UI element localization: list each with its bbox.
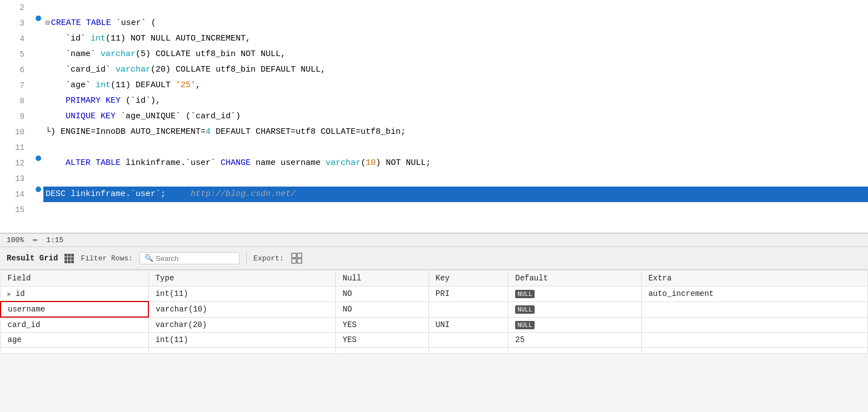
code-line-2: 2 — [0, 0, 868, 16]
export-label: Export: — [253, 254, 284, 263]
table-cell-0-4: NULL — [508, 287, 641, 302]
table-cell-0-1: int(11) — [148, 287, 336, 302]
zoom-stepper[interactable] — [33, 239, 37, 241]
code-token: (11) DEFAULT — [111, 81, 176, 90]
null-badge: NULL — [515, 305, 535, 314]
line-number-13: 13 — [0, 171, 33, 187]
code-token: └) ENGINE=InnoDB AUTO_INCREMENT= — [46, 127, 206, 137]
code-token: CREATE TABLE — [51, 18, 116, 28]
line-content-10: └) ENGINE=InnoDB AUTO_INCREMENT=4 DEFAUL… — [43, 124, 868, 140]
table-cell-3-0: age — [1, 333, 148, 348]
table-cell-0-0: ▶ id — [1, 287, 148, 302]
code-container: 23⊟CREATE TABLE `user` (4 `id` int(11) N… — [0, 0, 868, 218]
null-badge: NULL — [515, 321, 535, 329]
table-cell-1-1: varchar(10) — [148, 302, 336, 317]
code-token: '25' — [176, 81, 196, 90]
line-number-5: 5 — [0, 47, 33, 62]
code-token: ( — [361, 158, 366, 168]
search-input[interactable] — [156, 254, 228, 263]
code-token: CHANGE — [221, 158, 256, 168]
code-line-12: 12 ALTER TABLE linkinframe.`user` CHANGE… — [0, 155, 868, 171]
code-token: varchar — [101, 49, 136, 59]
code-token: `id` — [46, 34, 91, 43]
code-line-13: 13 — [0, 171, 868, 187]
table-cell-4-0 — [1, 348, 148, 354]
vertical-divider — [246, 252, 247, 265]
column-header-null: Null — [336, 270, 428, 287]
svg-rect-1 — [297, 253, 302, 258]
code-token: int — [96, 81, 111, 90]
result-toolbar: Result Grid Filter Rows: 🔍 Export: — [0, 247, 868, 270]
row-arrow-icon: ▶ — [8, 290, 16, 298]
search-icon: 🔍 — [144, 254, 153, 263]
code-line-15: 15 — [0, 202, 868, 218]
column-header-field: Field — [1, 270, 148, 287]
column-header-default: Default — [508, 270, 641, 287]
code-token: name username — [256, 158, 326, 168]
table-cell-2-2: YES — [336, 317, 428, 333]
null-badge: NULL — [515, 290, 535, 298]
table-cell-4-3 — [428, 348, 508, 354]
table-cell-1-2: NO — [336, 302, 428, 317]
table-cell-3-5 — [641, 333, 867, 348]
code-token: 10 — [366, 158, 376, 168]
export-icon[interactable] — [291, 252, 303, 264]
code-token: `user` ( — [116, 18, 156, 28]
table-cell-4-5 — [641, 348, 867, 354]
line-number-15: 15 — [0, 202, 33, 218]
code-token: varchar — [116, 65, 151, 74]
code-token: PRIMARY KEY — [46, 96, 126, 105]
table-cell-2-4: NULL — [508, 317, 641, 333]
code-line-7: 7 `age` int(11) DEFAULT '25', — [0, 78, 868, 93]
code-token: `name` — [46, 49, 101, 59]
code-token: `age_UNIQUE` (`card_id`) — [121, 112, 241, 121]
result-table: FieldTypeNullKeyDefaultExtra ▶ idint(11)… — [0, 270, 868, 354]
code-token: 4 — [206, 127, 211, 137]
table-cell-3-3 — [428, 333, 508, 348]
code-token: (11) NOT NULL AUTO_INCREMENT, — [106, 34, 251, 43]
collapse-icon[interactable]: ⊟ — [46, 19, 50, 27]
code-token: ) NOT NULL; — [376, 158, 431, 168]
code-token: UNIQUE KEY — [46, 112, 121, 121]
column-header-extra: Extra — [641, 270, 867, 287]
zoom-level: 100% — [7, 236, 24, 244]
line-content-5: `name` varchar(5) COLLATE utf8_bin NOT N… — [43, 47, 868, 62]
line-content-8: PRIMARY KEY (`id`), — [43, 93, 868, 109]
table-row: usernamevarchar(10)NONULL — [1, 302, 868, 317]
code-token: (5) COLLATE utf8_bin NOT NULL, — [136, 49, 286, 59]
code-line-3: 3⊟CREATE TABLE `user` ( — [0, 16, 868, 31]
column-header-key: Key — [428, 270, 508, 287]
table-cell-3-2: YES — [336, 333, 428, 348]
code-line-6: 6 `card_id` varchar(20) COLLATE utf8_bin… — [0, 62, 868, 78]
table-cell-4-4 — [508, 348, 641, 354]
line-dot-14 — [33, 187, 43, 192]
table-cell-4-1 — [148, 348, 336, 354]
line-number-12: 12 — [0, 155, 33, 171]
table-cell-1-3 — [428, 302, 508, 317]
line-number-9: 9 — [0, 109, 33, 124]
line-number-3: 3 — [0, 16, 33, 31]
line-number-8: 8 — [0, 93, 33, 109]
code-line-11: 11 — [0, 140, 868, 155]
table-cell-3-4: 25 — [508, 333, 641, 348]
line-content-3: ⊟CREATE TABLE `user` ( — [43, 16, 868, 31]
code-token: ALTER TABLE — [46, 158, 126, 168]
search-box[interactable]: 🔍 — [139, 252, 240, 264]
table-cell-2-1: varchar(20) — [148, 317, 336, 333]
line-content-6: `card_id` varchar(20) COLLATE utf8_bin D… — [43, 62, 868, 78]
code-token: varchar — [326, 158, 361, 168]
filter-rows-label: Filter Rows: — [81, 254, 133, 263]
code-token: DEFAULT CHARSET=utf8 COLLATE=utf8_bin; — [211, 127, 406, 137]
result-grid-label: Result Grid — [7, 254, 58, 263]
code-line-14: 14DESC linkinframe.`user`; http://blog.c… — [0, 187, 868, 202]
result-panel: Result Grid Filter Rows: 🔍 Export: Field… — [0, 247, 868, 354]
code-token: http://blog.csdn.net/ — [166, 189, 296, 199]
table-cell-2-0: card_id — [1, 317, 148, 333]
line-content-4: `id` int(11) NOT NULL AUTO_INCREMENT, — [43, 31, 868, 47]
line-dot-3 — [33, 16, 43, 21]
grid-columns-icon[interactable] — [64, 254, 74, 263]
line-number-4: 4 — [0, 31, 33, 47]
line-content-9: UNIQUE KEY `age_UNIQUE` (`card_id`) — [43, 109, 868, 124]
table-cell-2-5 — [641, 317, 867, 333]
code-token: (20) COLLATE utf8_bin DEFAULT NULL, — [151, 65, 326, 74]
